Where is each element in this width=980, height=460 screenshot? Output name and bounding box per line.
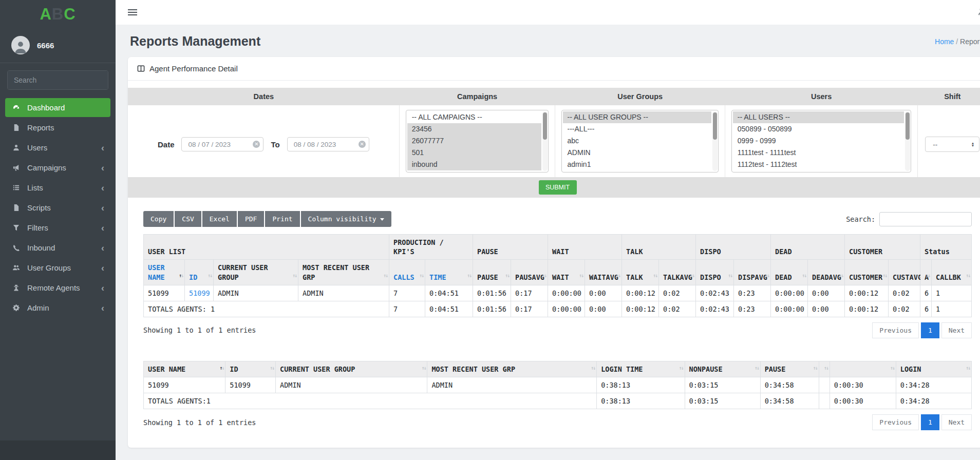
cell: 0:23 — [734, 285, 771, 301]
user-account-icon[interactable] — [977, 6, 980, 18]
sidebar-item-campaigns[interactable]: Campaigns‹ — [5, 158, 110, 177]
sidebar-item-filters[interactable]: Filters‹ — [5, 218, 110, 237]
column-visibility-button[interactable]: Column visibility — [301, 211, 391, 227]
sidebar-item-remote-agents[interactable]: Remote Agents‹ — [5, 278, 110, 297]
column-header-talkavg[interactable]: TALKAVG↑↓ — [659, 260, 696, 285]
sidebar-item-scripts[interactable]: Scripts‹ — [5, 198, 110, 217]
column-header-blank[interactable]: ↑↓ — [819, 361, 830, 377]
column-header-wait[interactable]: WAIT↑↓ — [548, 260, 585, 285]
column-header-dispo[interactable]: DISPO↑↓ — [696, 260, 734, 285]
sidebar-item-dashboard[interactable]: Dashboard — [5, 98, 110, 117]
option-23456[interactable]: 23456 — [407, 123, 541, 135]
sidebar-item-user-groups[interactable]: User Groups‹ — [5, 258, 110, 277]
column-header-current-user-group[interactable]: CURRENT USER GROUP↑↓ — [214, 260, 298, 285]
list-icon — [11, 184, 21, 191]
topbar — [116, 0, 980, 25]
id-link[interactable]: 51099 — [185, 285, 214, 301]
scrollbar[interactable] — [542, 111, 548, 171]
group-header-dispo: DISPO — [696, 235, 771, 260]
sidebar-item-users[interactable]: Users‹ — [5, 138, 110, 157]
table-header-row: USER NAME↑↓ID↑↓CURRENT USER GROUP↑↓MOST … — [144, 260, 972, 285]
date-to-input[interactable] — [287, 137, 369, 151]
option-admin1[interactable]: admin1 — [563, 159, 711, 170]
column-header-deadavg[interactable]: DEADAVG↑↓ — [808, 260, 845, 285]
main-area: Reports Management Home / Reports Agent … — [116, 0, 980, 460]
scrollbar[interactable] — [905, 111, 910, 171]
column-header-time[interactable]: TIME↑↓ — [425, 260, 473, 285]
clear-date-to-icon[interactable]: ✕ — [359, 141, 366, 148]
sort-icon: ↑↓ — [616, 272, 620, 279]
users-listbox[interactable]: -- ALL USERS --050899 - 0508990999 - 099… — [731, 110, 911, 172]
option-26077777[interactable]: 26077777 — [407, 135, 541, 147]
print-button[interactable]: Print — [265, 211, 299, 227]
column-header-dead[interactable]: DEAD↑↓ — [771, 260, 808, 285]
column-header-customer[interactable]: CUSTOMER↑↓ — [845, 260, 889, 285]
cell: 7 — [389, 285, 425, 301]
column-header-login[interactable]: LOGIN↑↓ — [896, 361, 971, 377]
column-header-dispavg[interactable]: DISPAVG↑↓ — [734, 260, 771, 285]
breadcrumb-home-link[interactable]: Home — [935, 37, 954, 46]
column-header-id[interactable]: ID↑↓ — [225, 361, 276, 377]
column-header-nonpause[interactable]: NONPAUSE↑↓ — [685, 361, 760, 377]
column-header-most-recent-user-grp[interactable]: MOST RECENT USER GRP↑↓ — [298, 260, 389, 285]
shift-select[interactable]: -- ▲▼ — [925, 137, 979, 152]
option-abc[interactable]: abc — [563, 135, 711, 147]
option-0999-0999[interactable]: 0999 - 0999 — [733, 135, 904, 147]
sidebar-item-lists[interactable]: Lists‹ — [5, 178, 110, 197]
excel-button[interactable]: Excel — [202, 211, 237, 227]
totals-cell: 0:00:12 — [845, 301, 889, 317]
totals-cell: 0:34:28 — [896, 393, 971, 409]
column-header-current-user-group[interactable]: CURRENT USER GROUP↑↓ — [276, 361, 427, 377]
option-1111test-1111test[interactable]: 1111test - 1111test — [733, 147, 904, 159]
previous-button[interactable]: Previous — [872, 414, 919, 430]
column-header-most-recent-user-grp[interactable]: MOST RECENT USER GRP↑↓ — [427, 361, 597, 377]
option-inbound[interactable]: inbound — [407, 159, 541, 170]
sort-icon: ↑↓ — [824, 365, 828, 372]
column-header-custavg[interactable]: CUSTAVG↑↓ — [889, 260, 920, 285]
next-button[interactable]: Next — [941, 322, 972, 338]
option-all-user-groups[interactable]: -- ALL USER GROUPS -- — [563, 111, 711, 123]
column-header-blank[interactable]: ↑↓ — [830, 361, 896, 377]
column-header-pause[interactable]: PAUSE↑↓ — [473, 260, 511, 285]
user-groups-listbox[interactable]: -- ALL USER GROUPS -----ALL---abcADMINad… — [561, 110, 719, 172]
submit-button[interactable]: SUBMIT — [539, 180, 577, 195]
user-icon — [11, 144, 21, 151]
campaigns-listbox[interactable]: -- ALL CAMPAIGNS --2345626077777501inbou… — [406, 110, 549, 172]
scrollbar[interactable] — [712, 111, 718, 171]
column-header-pausavg[interactable]: PAUSAVG↑↓ — [511, 260, 548, 285]
column-header-login-time[interactable]: LOGIN TIME↑↓ — [597, 361, 685, 377]
option-all-users[interactable]: -- ALL USERS -- — [733, 111, 904, 123]
column-header-talk[interactable]: TALK↑↓ — [622, 260, 659, 285]
column-header-a[interactable]: A↑↓ — [920, 260, 932, 285]
next-button[interactable]: Next — [941, 414, 972, 430]
column-header-waitavg[interactable]: WAITAVG↑↓ — [585, 260, 622, 285]
date-from-input[interactable] — [181, 137, 263, 151]
option-1112test-1112test[interactable]: 1112test - 1112test — [733, 159, 904, 170]
sidebar-item-inbound[interactable]: Inbound‹ — [5, 238, 110, 257]
search-input[interactable] — [8, 71, 108, 89]
option-all[interactable]: ---ALL--- — [563, 123, 711, 135]
column-header-user-name[interactable]: USER NAME↑↓ — [144, 260, 185, 285]
page-1-button[interactable]: 1 — [921, 322, 939, 338]
app-root: ABC 6666 DashboardReportsUsers‹Campaigns… — [0, 0, 980, 460]
column-header-calls[interactable]: CALLS↑↓ — [389, 260, 425, 285]
chevron-left-icon: ‹ — [101, 303, 104, 313]
option-all-campaigns[interactable]: -- ALL CAMPAIGNS -- — [407, 111, 541, 123]
sidebar-item-reports[interactable]: Reports — [5, 118, 110, 137]
option-050899-050899[interactable]: 050899 - 050899 — [733, 123, 904, 135]
previous-button[interactable]: Previous — [872, 322, 919, 338]
option-501[interactable]: 501 — [407, 147, 541, 159]
column-header-pause[interactable]: PAUSE↑↓ — [760, 361, 819, 377]
option-admin[interactable]: ADMIN — [563, 147, 711, 159]
menu-toggle-icon[interactable] — [128, 8, 137, 17]
sidebar-item-admin[interactable]: Admin‹ — [5, 298, 110, 317]
column-header-id[interactable]: ID↑↓ — [185, 260, 214, 285]
copy-button[interactable]: Copy — [143, 211, 174, 227]
page-1-button[interactable]: 1 — [921, 414, 939, 430]
column-header-callbk[interactable]: CALLBK↑↓ — [932, 260, 972, 285]
section-title-users: Users — [725, 88, 918, 105]
pdf-button[interactable]: PDF — [238, 211, 264, 227]
csv-button[interactable]: CSV — [175, 211, 201, 227]
column-header-user-name[interactable]: USER NAME↑↓ — [144, 361, 225, 377]
table-search-input[interactable] — [879, 212, 972, 226]
